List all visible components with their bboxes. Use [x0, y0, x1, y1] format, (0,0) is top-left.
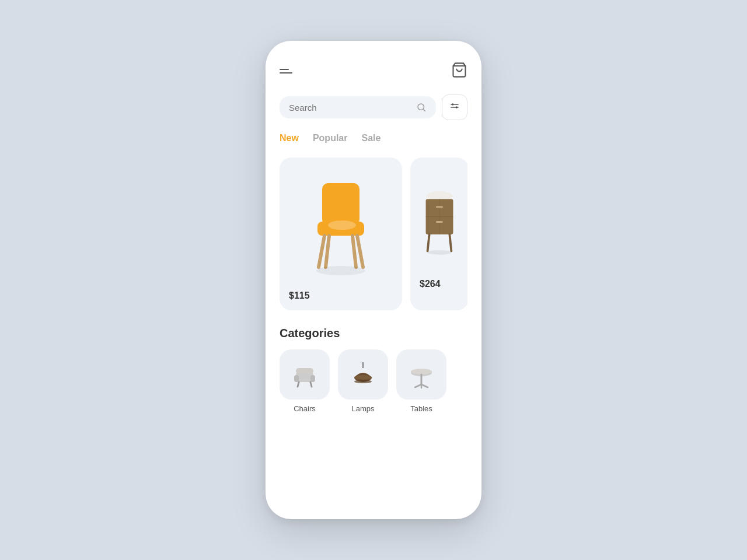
svg-point-32: [354, 375, 372, 380]
search-icon: [416, 102, 427, 113]
product-card-dresser[interactable]: $264: [410, 158, 467, 310]
svg-rect-26: [294, 375, 299, 382]
product-price-dresser: $264: [420, 279, 459, 289]
categories-row: Chairs Lamps: [280, 349, 467, 413]
tab-popular[interactable]: Popular: [313, 133, 348, 146]
svg-point-14: [328, 220, 356, 230]
svg-rect-28: [296, 368, 313, 374]
search-row: [280, 94, 467, 120]
product-image-dresser: [420, 167, 459, 272]
svg-line-37: [415, 384, 421, 387]
svg-line-12: [352, 236, 356, 267]
chair-illustration: [300, 173, 382, 278]
search-input-wrap[interactable]: [280, 96, 436, 118]
svg-rect-21: [436, 221, 443, 223]
category-label-lamps: Lamps: [351, 404, 374, 413]
products-row: $115: [280, 158, 467, 310]
category-item-tables[interactable]: Tables: [396, 349, 446, 413]
category-item-lamps[interactable]: Lamps: [338, 349, 388, 413]
category-label-tables: Tables: [410, 404, 432, 413]
filter-button[interactable]: [442, 94, 467, 120]
svg-line-38: [421, 384, 428, 387]
tabs: New Popular Sale: [280, 133, 467, 146]
category-item-chairs[interactable]: Chairs: [280, 349, 330, 413]
product-price-chair: $115: [289, 290, 393, 301]
svg-line-11: [326, 236, 329, 267]
svg-rect-7: [322, 183, 359, 225]
svg-line-2: [423, 109, 425, 111]
svg-line-30: [310, 382, 312, 387]
svg-line-23: [449, 235, 451, 251]
svg-rect-27: [310, 375, 315, 382]
svg-rect-20: [436, 206, 443, 208]
svg-point-33: [354, 380, 372, 383]
tables-category-icon: [407, 360, 436, 389]
category-icon-wrap-lamps: [338, 349, 388, 400]
svg-line-29: [298, 382, 299, 387]
phone-shell: New Popular Sale: [266, 41, 481, 519]
svg-point-5: [452, 103, 453, 105]
svg-point-13: [316, 266, 365, 275]
svg-point-6: [456, 106, 458, 108]
svg-line-22: [428, 235, 430, 251]
tab-sale[interactable]: Sale: [361, 133, 381, 146]
category-icon-wrap-chairs: [280, 349, 330, 400]
svg-line-9: [319, 236, 324, 267]
product-card-chair[interactable]: $115: [280, 158, 402, 310]
search-input[interactable]: [289, 103, 410, 113]
cart-icon[interactable]: [451, 62, 467, 80]
category-icon-wrap-tables: [396, 349, 446, 400]
filter-icon: [449, 102, 460, 113]
tab-new[interactable]: New: [280, 133, 299, 146]
menu-icon[interactable]: [280, 69, 292, 74]
dresser-illustration: [420, 173, 459, 266]
svg-point-24: [427, 250, 452, 255]
categories-section: Categories Chairs: [280, 327, 467, 413]
categories-title: Categories: [280, 327, 467, 340]
chairs-category-icon: [290, 360, 319, 389]
lamps-category-icon: [348, 360, 378, 389]
product-image-chair: [289, 167, 393, 284]
svg-line-10: [357, 236, 363, 267]
svg-point-1: [418, 104, 424, 110]
category-label-chairs: Chairs: [294, 404, 316, 413]
header: [280, 62, 467, 80]
